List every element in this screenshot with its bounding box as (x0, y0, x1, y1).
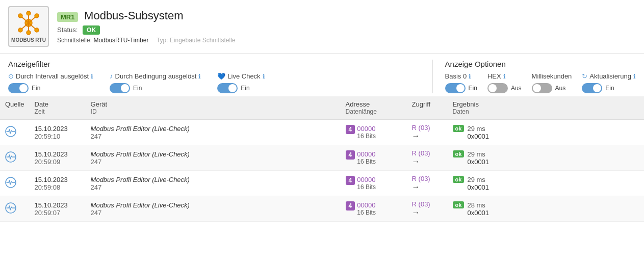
device-cell: Modbus Profil Editor (Live-Check) 247 (86, 145, 341, 171)
date-value: 15.10.2023 (35, 125, 81, 133)
header: MODBUS RTU MR1 Modbus-Subsystem Status: … (0, 0, 644, 54)
schnittstelle-label: Schnittstelle: (57, 37, 92, 44)
ergebnis-cell: ok 28 ms 0x0001 (448, 196, 644, 222)
page-title: Modbus-Subsystem (84, 9, 183, 22)
svg-point-10 (27, 11, 31, 15)
time-value: 20:59:07 (35, 209, 81, 217)
hex-value: 0x0001 (467, 209, 489, 217)
opt-label-aktualisierung: ↻ Aktualisierung ℹ (582, 72, 636, 80)
col-header-spacer (239, 96, 341, 120)
zugriff-cell: R (03) → (407, 171, 448, 196)
source-cell (0, 171, 30, 196)
toggle-opt3[interactable] (532, 83, 552, 93)
hex-value: 0x0001 (467, 133, 489, 140)
modbus-logo-icon (16, 11, 41, 35)
toggle-label-1: Ein (32, 85, 40, 92)
toggle-opt2[interactable] (487, 83, 508, 93)
device-name: Modbus Profil Editor (Live-Check) (91, 125, 190, 133)
addr-bits: 16 Bits (357, 209, 376, 216)
opt-group-aktualisierung: ↻ Aktualisierung ℹ Ein (582, 72, 636, 93)
toggle-label-opt1: Ein (469, 85, 477, 92)
result-details: 29 ms 0x0001 (467, 150, 489, 166)
source-cell (0, 120, 30, 145)
title-row: MR1 Modbus-Subsystem (57, 9, 636, 22)
schnittstelle-row: Schnittstelle: ModbusRTU-Timber Typ: Ein… (57, 37, 636, 44)
clock-icon: ⊙ (8, 72, 14, 80)
info-icon-1[interactable]: ℹ (91, 73, 93, 80)
zugriff-cell: R (03) → (407, 196, 448, 222)
filter-label-2: ♪ Durch Bedingung ausgelöst ℹ (110, 72, 201, 80)
col-header-geraet: GerätID (86, 96, 239, 120)
toggle-filter3[interactable] (217, 83, 238, 93)
info-icon-opt4[interactable]: ℹ (633, 73, 636, 80)
time-value: 20:59:09 (35, 158, 81, 166)
zugriff-value: R (03) (412, 124, 443, 132)
info-icon-opt1[interactable]: ℹ (469, 73, 471, 80)
opt-label-hex: HEX ℹ (487, 72, 522, 80)
source-cell (0, 196, 30, 222)
filter-group-1: ⊙ Durch Intervall ausgelöst ℹ Ein (8, 72, 93, 93)
arrow-icon: → (412, 157, 443, 166)
toggle-row-opt4: Ein (582, 83, 636, 93)
source-cell (0, 145, 30, 171)
svg-point-6 (35, 28, 39, 32)
toggle-row-3: Ein (217, 83, 265, 93)
col-header-zugriff: Zugriff (407, 96, 448, 120)
info-icon-3[interactable]: ℹ (263, 73, 265, 80)
ergebnis-cell: ok 29 ms 0x0001 (448, 145, 644, 171)
table-row: 15.10.2023 20:59:10 Modbus Profil Editor… (0, 120, 644, 145)
zugriff-value: R (03) (412, 149, 443, 157)
device-id: 247 (91, 209, 336, 217)
addr-val: 00000 16 Bits (357, 125, 376, 140)
toggle-opt1[interactable] (445, 83, 466, 93)
time-value: 20:59:10 (35, 133, 81, 140)
filter-label-1: ⊙ Durch Intervall ausgelöst ℹ (8, 72, 93, 80)
bell-icon: ♪ (110, 72, 113, 80)
info-icon-2[interactable]: ℹ (198, 73, 201, 80)
logo-box: MODBUS RTU (8, 6, 49, 47)
data-table: Quelle DateZeit GerätID AdresseDatenläng… (0, 96, 644, 222)
zugriff-cell: R (03) → (407, 145, 448, 171)
heartbeat-icon (5, 202, 16, 214)
address-cell: 4 00000 16 Bits (341, 196, 407, 222)
addr-num: 4 (346, 176, 355, 185)
device-cell: Modbus Profil Editor (Live-Check) 247 (86, 171, 341, 196)
time-value: 20:59:08 (35, 183, 81, 191)
filter-label-3: 💙 Live Check ℹ (217, 72, 265, 80)
ms-value: 29 ms (467, 125, 489, 133)
ms-value: 28 ms (467, 201, 489, 209)
toggle-row-2: Ein (110, 83, 201, 93)
info-icon-opt2[interactable]: ℹ (503, 73, 506, 80)
toggle-label-opt4: Ein (605, 85, 614, 92)
toggle-filter1[interactable] (8, 83, 29, 93)
mr1-badge: MR1 (57, 12, 78, 22)
heartbeat-icon (5, 126, 16, 137)
result-details: 29 ms 0x0001 (467, 176, 489, 191)
data-table-wrapper: Quelle DateZeit GerätID AdresseDatenläng… (0, 96, 644, 222)
date-value: 15.10.2023 (35, 201, 81, 209)
date-value: 15.10.2023 (35, 176, 81, 183)
heartbeat-icon: 💙 (217, 72, 225, 80)
ergebnis-cell: ok 29 ms 0x0001 (448, 120, 644, 145)
date-cell: 15.10.2023 20:59:09 (30, 145, 86, 171)
device-id: 247 (91, 158, 336, 166)
addr-num: 4 (346, 201, 355, 211)
addr-hex: 00000 (357, 125, 376, 133)
heartbeat-icon (5, 177, 16, 188)
date-cell: 15.10.2023 20:59:07 (30, 196, 86, 222)
addr-hex: 00000 (357, 176, 376, 183)
anzeige-optionen-section: Anzeige Optionen Basis 0 ℹ Ein (445, 60, 636, 93)
col-header-date: DateZeit (30, 96, 86, 120)
table-row: 15.10.2023 20:59:08 Modbus Profil Editor… (0, 171, 644, 196)
toggle-opt4[interactable] (582, 83, 602, 93)
svg-point-2 (18, 14, 22, 18)
ergebnis-cell: ok 29 ms 0x0001 (448, 171, 644, 196)
toggle-row-1: Ein (8, 83, 93, 93)
svg-point-12 (27, 31, 31, 35)
filter-group-2: ♪ Durch Bedingung ausgelöst ℹ Ein (110, 72, 201, 93)
section-divider (432, 60, 433, 93)
svg-point-4 (35, 14, 39, 18)
toggle-filter2[interactable] (110, 83, 130, 93)
anzeige-optionen-title: Anzeige Optionen (445, 60, 636, 68)
svg-point-8 (18, 28, 22, 32)
